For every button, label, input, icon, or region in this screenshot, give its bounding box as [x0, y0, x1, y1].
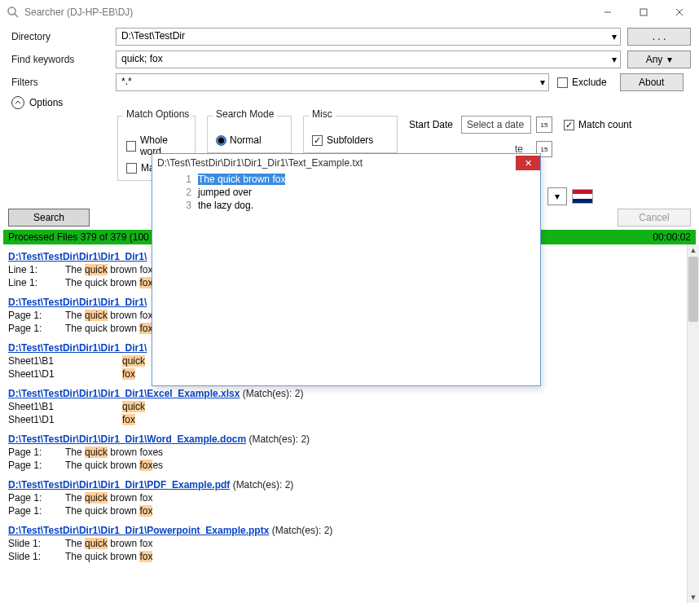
- keywords-input[interactable]: quick; fox▾: [116, 51, 621, 68]
- scroll-thumb[interactable]: [688, 257, 698, 322]
- options-label: Options: [29, 97, 63, 108]
- svg-line-1: [15, 14, 18, 17]
- result-line: Page 1:The quick brown fox: [8, 492, 696, 504]
- search-mode-group: Search Mode Normal: [207, 116, 292, 153]
- result-file-link[interactable]: D:\Test\TestDir\Dir1\Dir1_Dir1\Powerpoin…: [8, 525, 269, 536]
- start-date-label: Start Date: [409, 119, 456, 130]
- match-case-checkbox[interactable]: [126, 163, 137, 174]
- maximize-button[interactable]: [626, 1, 662, 24]
- result-line: Sheet1\B1quick: [8, 401, 696, 412]
- filters-label: Filters: [11, 77, 116, 88]
- search-button[interactable]: Search: [8, 209, 90, 227]
- subfolders-label: Subfolders: [327, 134, 373, 146]
- start-date-input[interactable]: Select a date: [461, 116, 531, 134]
- whole-word-checkbox[interactable]: [126, 141, 136, 152]
- match-options-legend: Match Options: [123, 108, 192, 120]
- scroll-up-icon[interactable]: ▲: [688, 244, 699, 256]
- minimize-button[interactable]: [590, 1, 626, 24]
- result-line: Slide 1:The quick brown fox: [8, 551, 696, 562]
- result-file-link[interactable]: D:\Test\TestDir\Dir1\Dir1_Dir1\Excel_Exa…: [8, 388, 240, 399]
- exclude-checkbox[interactable]: [557, 77, 568, 88]
- status-time: 00:00:02: [653, 231, 691, 243]
- titlebar: Searcher (DJ-HP-EB\DJ): [0, 0, 699, 24]
- svg-point-0: [8, 7, 15, 15]
- preview-text[interactable]: The quick brown foxjumped overthe lazy d…: [196, 172, 540, 385]
- chevron-down-icon[interactable]: ▾: [540, 77, 545, 88]
- directory-input[interactable]: D:\Test\TestDir▾: [116, 28, 621, 46]
- about-button[interactable]: About: [620, 73, 684, 91]
- any-button[interactable]: Any▾: [627, 51, 691, 68]
- filters-input[interactable]: *.*▾: [116, 73, 549, 91]
- match-count-text: (Match(es): 2): [269, 525, 332, 536]
- popup-close-button[interactable]: ✕: [516, 156, 540, 170]
- preview-popup: D:\Test\TestDir\Dir1\Dir1_Dir1\Text_Exam…: [152, 153, 541, 386]
- misc-legend: Misc: [309, 108, 336, 120]
- subfolders-checkbox[interactable]: [312, 135, 323, 146]
- cancel-button[interactable]: Cancel: [618, 209, 691, 227]
- close-button[interactable]: [662, 1, 697, 24]
- uk-flag-icon: [572, 189, 593, 204]
- match-count-text: (Match(es): 2): [240, 388, 303, 399]
- line-gutter: 123: [152, 172, 196, 385]
- window-title: Searcher (DJ-HP-EB\DJ): [24, 7, 133, 18]
- match-count-label: Match count: [578, 119, 631, 130]
- chevron-down-icon[interactable]: ▾: [612, 31, 617, 42]
- app-icon: [7, 6, 20, 19]
- result-file-link[interactable]: D:\Test\TestDir\Dir1\Dir1_Dir1\: [8, 342, 147, 354]
- scrollbar[interactable]: ▲ ▼: [687, 244, 699, 603]
- result-line: Page 1:The quick brown foxes: [8, 447, 696, 458]
- normal-label: Normal: [230, 134, 262, 146]
- exclude-label: Exclude: [572, 77, 607, 88]
- match-count-text: (Match(es): 2): [230, 479, 293, 491]
- misc-group: Misc Subfolders: [303, 116, 398, 153]
- normal-radio[interactable]: [216, 135, 226, 146]
- result-file-link[interactable]: D:\Test\TestDir\Dir1\Dir1_Dir1\PDF_Examp…: [8, 479, 230, 491]
- result-line: Page 1:The quick brown fox: [8, 505, 696, 517]
- status-text: Processed Files 379 of 379 (100 %: [8, 231, 160, 243]
- search-mode-legend: Search Mode: [213, 108, 277, 120]
- calendar-icon[interactable]: 15: [536, 117, 552, 133]
- result-file-link[interactable]: D:\Test\TestDir\Dir1\Dir1_Dir1\: [8, 251, 147, 262]
- chevron-down-icon[interactable]: ▾: [612, 54, 617, 65]
- popup-path: D:\Test\TestDir\Dir1\Dir1_Dir1\Text_Exam…: [157, 157, 363, 169]
- directory-label: Directory: [11, 31, 116, 42]
- browse-button[interactable]: . . .: [627, 28, 691, 46]
- collapse-icon[interactable]: [11, 96, 24, 109]
- svg-rect-3: [640, 9, 647, 15]
- match-count-text: (Match(es): 2): [246, 433, 310, 445]
- language-select[interactable]: ▾: [547, 187, 567, 205]
- scroll-down-icon[interactable]: ▼: [688, 592, 699, 603]
- date-area: Start Date Select a date 15 te 15: [409, 116, 552, 158]
- result-line: Page 1:The quick brown foxes: [8, 460, 696, 471]
- result-line: Sheet1\D1fox: [8, 414, 696, 425]
- keywords-label: Find keywords: [11, 54, 116, 65]
- result-line: Slide 1:The quick brown fox: [8, 538, 696, 549]
- match-count-checkbox[interactable]: [564, 120, 574, 130]
- result-file-link[interactable]: D:\Test\TestDir\Dir1\Dir1_Dir1\Word_Exam…: [8, 433, 246, 445]
- result-file-link[interactable]: D:\Test\TestDir\Dir1\Dir1_Dir1\: [8, 297, 147, 308]
